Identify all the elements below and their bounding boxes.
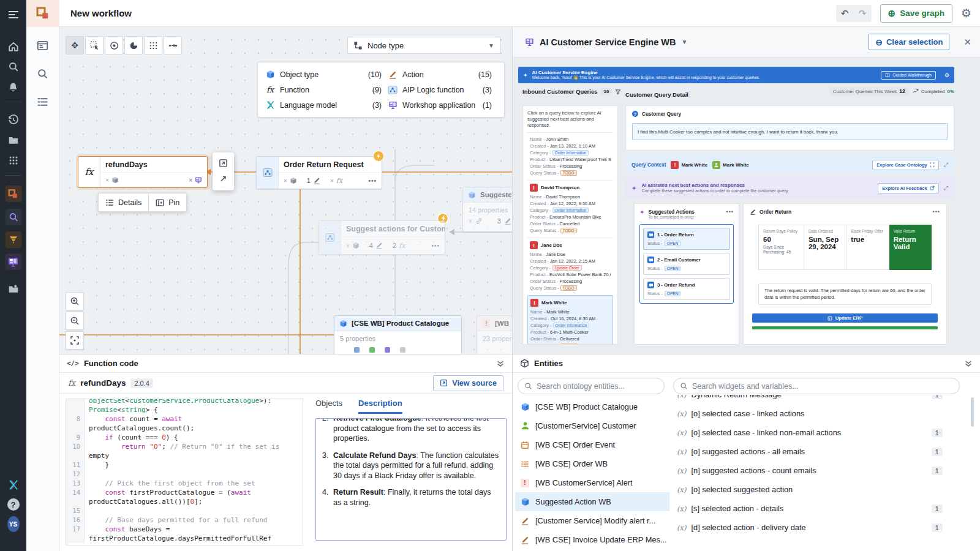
legend-item[interactable]: Language model(3)	[265, 97, 388, 113]
legend-item[interactable]: Workshop application(1)	[388, 97, 498, 113]
apps-grid-icon[interactable]	[7, 154, 20, 167]
node-refunddays[interactable]: fx refundDays × ×	[78, 156, 208, 188]
focus-tool-button[interactable]	[105, 36, 123, 54]
scrollbar[interactable]	[971, 397, 974, 427]
variable-list-item[interactable]: (x)[o] selected suggested action	[673, 480, 963, 499]
pipeline-app-icon[interactable]	[5, 231, 21, 248]
query-card[interactable]: Name - John SmithCreated - Jan 13, 2022,…	[527, 132, 613, 180]
banner-gear-icon[interactable]: ⚙	[944, 72, 949, 78]
function-description[interactable]: 2.Retrieve First Catalogue: It retrieves…	[315, 418, 507, 541]
suggested-action-item[interactable]: 3 - Order Refund Status -OPEN	[643, 278, 730, 300]
entity-list-item[interactable]: ![WB CustomerService] Alert	[515, 473, 669, 492]
update-erp-button[interactable]: Update ERP	[752, 313, 938, 323]
pin-button[interactable]: Pin	[148, 193, 187, 212]
entity-list-item[interactable]: [WB CSE] Invoice Update ERP Mes...	[515, 530, 669, 549]
guided-walkthrough-button[interactable]: Guided Walkthrough	[881, 71, 936, 80]
entity-list-item[interactable]: [CSE WB] Product Catalogue	[515, 397, 669, 416]
help-icon[interactable]: ?	[7, 498, 20, 511]
projects-icon[interactable]	[7, 134, 20, 146]
workflow-logo[interactable]	[26, 0, 59, 27]
variable-list-item[interactable]: (x)[d] selected action - delivery date1	[673, 518, 963, 537]
open-link-icon[interactable]: ↗	[219, 173, 227, 184]
query-card[interactable]: !Mark WhiteName - Mark WhiteCreated - Oc…	[527, 295, 613, 345]
save-graph-button[interactable]: ⊕ Save graph	[880, 4, 952, 23]
ontology-search-input[interactable]	[537, 382, 658, 391]
secondary-action-button[interactable]	[752, 326, 938, 329]
ontology-search[interactable]	[518, 378, 665, 394]
maximize-icon[interactable]: ⤢	[944, 162, 948, 168]
entity-list-item[interactable]: [Customer Service] Modify alert r...	[515, 511, 669, 530]
more-icon[interactable]: •••	[726, 209, 734, 219]
node-order-return-request[interactable]: Order Return Request × 1 ×fx •••	[256, 156, 382, 189]
fit-to-screen-button[interactable]	[66, 331, 84, 350]
node-suggest-actions[interactable]: Suggest actions for Customer ... × 4 2fx…	[318, 220, 445, 255]
rail-search-icon[interactable]	[37, 67, 49, 80]
search-icon[interactable]	[7, 61, 20, 73]
clear-selection-button[interactable]: ⊖ Clear selection	[869, 34, 949, 50]
variable-list-item[interactable]: (x)[n] suggested actions - count emails1	[673, 461, 963, 480]
legend-item[interactable]: Action(15)	[388, 67, 498, 82]
history-icon[interactable]	[7, 114, 20, 126]
variable-list-item[interactable]: (x)Dynamic Return Message1	[673, 395, 963, 404]
object-explorer-app-icon[interactable]	[5, 209, 21, 225]
filter-icon[interactable]	[615, 89, 621, 95]
legend-item[interactable]: AIP Logic function(3)	[388, 82, 498, 97]
more-icon[interactable]: •••	[933, 209, 940, 215]
entity-list-item[interactable]: [WB CSE] Order WB	[515, 454, 669, 473]
chevron-down-icon[interactable]: ▼	[681, 39, 687, 45]
move-tool-button[interactable]: ✥	[66, 36, 84, 54]
flow-tool-button[interactable]	[164, 36, 182, 54]
variable-list-item[interactable]: (x)[o] suggested actions - all emails1	[673, 442, 963, 461]
node-type-select[interactable]: Node type ▼	[347, 37, 500, 54]
legend-item[interactable]: Object type(10)	[265, 67, 388, 82]
open-in-window-icon[interactable]	[219, 159, 228, 168]
panel-view-icon[interactable]	[37, 39, 49, 51]
chart-tool-button[interactable]	[124, 36, 143, 54]
legend-item[interactable]: fxFunction(9)	[265, 82, 388, 97]
tab-objects[interactable]: Objects	[315, 399, 342, 414]
query-card[interactable]: !Jane DoeName - Jane DoeCreated - Jan 12…	[527, 238, 613, 295]
node-suggested-object[interactable]: Suggeste 14 properties ×3	[462, 187, 512, 232]
menu-icon[interactable]	[7, 9, 20, 21]
variable-list-item[interactable]: (x)[o] selected case - linked non-email …	[673, 423, 963, 442]
zoom-out-button[interactable]	[66, 312, 84, 330]
entity-list-item[interactable]: [WB CSE] Order Event	[515, 435, 669, 454]
details-button[interactable]: Details	[98, 193, 148, 212]
graph-canvas[interactable]: ✥ Node type ▼ Object type(10)fxFunction(…	[59, 27, 512, 354]
rail-list-icon[interactable]	[37, 96, 49, 108]
explore-case-ontology-button[interactable]: Explore Case Ontology	[872, 160, 939, 170]
tab-description[interactable]: Description	[358, 399, 402, 414]
collapse-panel-icon[interactable]	[496, 359, 505, 368]
close-icon[interactable]: ✕	[963, 37, 971, 48]
home-icon[interactable]	[7, 40, 20, 53]
collapse-panel-icon[interactable]	[964, 359, 973, 368]
workshop-app-icon[interactable]	[5, 253, 21, 270]
undo-button[interactable]: ↶	[836, 5, 854, 22]
notifications-icon[interactable]	[7, 81, 20, 93]
language-model-icon[interactable]	[7, 479, 20, 491]
explore-ai-feedback-button[interactable]: Explore AI Feedback	[878, 183, 939, 193]
customer-query-text[interactable]: I find this Multi Cooker too complex and…	[632, 123, 948, 140]
layout-tool-button[interactable]	[144, 36, 162, 54]
select-tool-button[interactable]	[85, 36, 104, 54]
variable-list-item[interactable]: (x)[o] selected case - linked actions	[673, 404, 963, 423]
user-avatar[interactable]: YS	[7, 518, 20, 530]
variable-list-item[interactable]: (x)[s] selected action - details1	[673, 499, 963, 518]
suggested-action-item[interactable]: 2 - Email Customer Status -OPEN	[643, 253, 730, 275]
widgets-search-input[interactable]	[692, 382, 953, 391]
settings-gear-icon[interactable]: ⚙	[961, 6, 971, 20]
customer-entity[interactable]: Mark White	[712, 161, 749, 169]
case-entity[interactable]: !Mark White	[671, 161, 707, 169]
query-card[interactable]: !David ThompsonName - David ThompsonCrea…	[527, 180, 613, 238]
new-project-icon[interactable]	[7, 283, 20, 295]
suggested-action-item[interactable]: 1 - Order Return Status -OPEN	[643, 228, 730, 250]
entity-list-item[interactable]: [CustomerService] Customer	[515, 416, 669, 435]
zoom-in-button[interactable]	[66, 292, 84, 310]
selection-title[interactable]: AI Customer Service Engine WB	[540, 37, 676, 47]
code-editor[interactable]: objectSet<customerService.ProductCatalog…	[66, 399, 303, 545]
maximize-icon[interactable]: ⤢	[944, 185, 948, 192]
entity-list-item[interactable]: Suggested Action WB	[515, 492, 669, 511]
view-source-button[interactable]: View source	[433, 375, 503, 391]
workflow-builder-app-icon[interactable]	[5, 186, 21, 202]
node-alert-object[interactable]: ![WB 23 proper	[477, 315, 512, 354]
